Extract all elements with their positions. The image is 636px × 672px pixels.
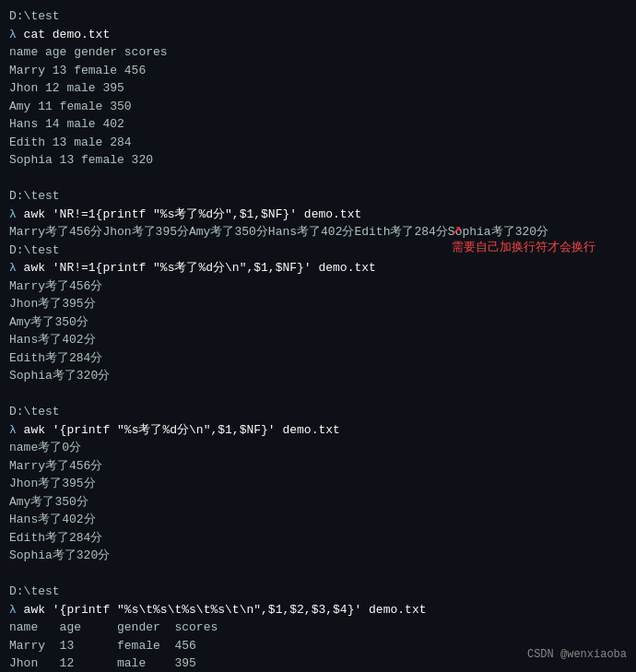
output-row-1: Marry 13 female 456	[9, 62, 627, 80]
annotated-output-line: Marry考了456分Jhon考了395分Amy考了350分Hans考了402分…	[9, 223, 627, 242]
out-name-0: name考了0分	[9, 439, 627, 457]
path-line-5: D:\test	[9, 583, 627, 601]
path-line: D:\test	[9, 7, 627, 26]
command-4: awk '{printf "%s考了%d分\n",$1,$NF}' demo.t…	[24, 423, 340, 437]
output-row-3: Amy 11 female 350	[9, 98, 627, 116]
out-jhon-1: Jhon考了395分	[9, 295, 627, 313]
output-row-6: Sophia 13 female 320	[9, 151, 627, 170]
command-text: cat demo.txt	[24, 28, 111, 41]
prompt-5: λ	[9, 603, 24, 617]
out-hans-2: Hans考了402分	[9, 511, 627, 529]
out-jhon-2: Jhon考了395分	[9, 475, 627, 493]
output-row-5: Edith 13 male 284	[9, 134, 627, 152]
out-hans-1: Hans考了402分	[9, 331, 627, 349]
cmd-line: λ cat demo.txt	[9, 26, 627, 44]
blank-2	[9, 385, 627, 404]
blank-3	[9, 565, 627, 584]
output-row-4: Hans 14 male 402	[9, 115, 627, 134]
watermark-text: CSDN @wenxiaoba	[527, 648, 627, 661]
path-line-2: D:\test	[9, 187, 627, 206]
annotation-group: ↗ 需要自己加换行符才会换行	[452, 221, 595, 256]
red-arrow-icon: ↗	[452, 221, 462, 238]
prompt-symbol: λ	[9, 28, 24, 41]
command-5: awk '{printf "%s\t%s\t%s\t%s\t\n",$1,$2,…	[24, 603, 427, 617]
watermark: CSDN @wenxiaoba	[527, 646, 627, 663]
section-awk-1: D:\test λ awk 'NR!=1{printf "%s考了%d分",$1…	[9, 187, 627, 403]
out-edith-1: Edith考了284分	[9, 349, 627, 368]
out-marry-2: Marry考了456分	[9, 457, 627, 476]
out-edith-2: Edith考了284分	[9, 529, 627, 548]
cmd-line-3: λ awk 'NR!=1{printf "%s考了%d分\n",$1,$NF}'…	[9, 259, 627, 277]
output-row-2: Jhon 12 male 395	[9, 79, 627, 98]
command-3: awk 'NR!=1{printf "%s考了%d分\n",$1,$NF}' d…	[24, 261, 376, 275]
section-awk-2: D:\test λ awk '{printf "%s考了%d分\n",$1,$N…	[9, 403, 627, 583]
prompt-3: λ	[9, 261, 24, 275]
out-amy-2: Amy考了350分	[9, 493, 627, 512]
section-cat: D:\test λ cat demo.txt name age gender s…	[9, 7, 627, 187]
out-amy-1: Amy考了350分	[9, 313, 627, 332]
prompt-4: λ	[9, 423, 24, 437]
cmd-line-4: λ awk '{printf "%s考了%d分\n",$1,$NF}' demo…	[9, 421, 627, 440]
path-line-4: D:\test	[9, 403, 627, 421]
cmd-line-5: λ awk '{printf "%s\t%s\t%s\t%s\t\n",$1,$…	[9, 601, 627, 619]
command-2: awk 'NR!=1{printf "%s考了%d分",$1,$NF}' dem…	[24, 207, 362, 221]
output-header: name age gender scores	[9, 43, 627, 62]
tab-header: name age gender scores	[9, 619, 627, 637]
out-sophia-2: Sophia考了320分	[9, 547, 627, 565]
prompt-2: λ	[9, 207, 24, 221]
blank-1	[9, 170, 627, 188]
out-sophia-1: Sophia考了320分	[9, 367, 627, 385]
annotation-text: 需要自己加换行符才会换行	[452, 238, 595, 256]
out-marry-1: Marry考了456分	[9, 277, 627, 296]
terminal: D:\test λ cat demo.txt name age gender s…	[9, 7, 627, 672]
